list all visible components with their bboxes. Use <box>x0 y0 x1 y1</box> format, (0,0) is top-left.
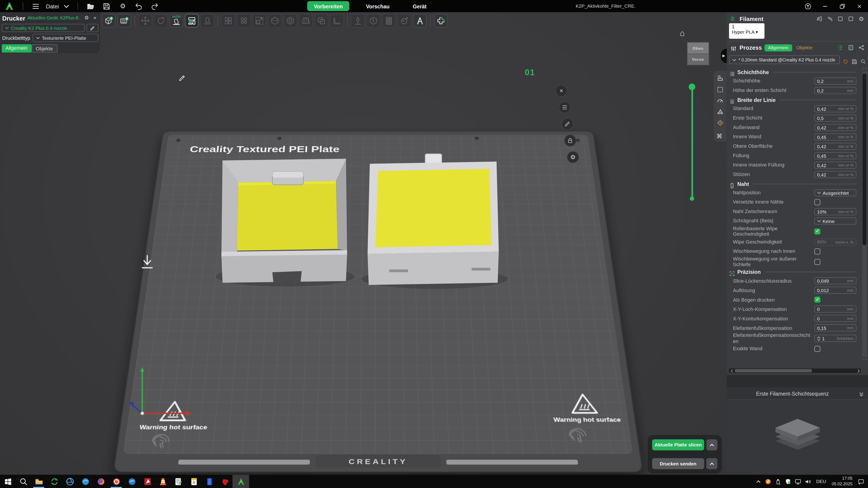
network-icon[interactable] <box>793 475 803 488</box>
settings-gear-icon[interactable]: ⚙ <box>858 15 865 22</box>
setting-input[interactable]: 0,42mm or % <box>814 162 856 169</box>
settings-section-header[interactable]: Schichthöhe <box>727 68 859 76</box>
view-cube-front[interactable]: Vorne <box>688 54 709 65</box>
arrange-button[interactable] <box>185 14 199 28</box>
setting-input[interactable]: 0,45mm or % <box>814 133 856 140</box>
setting-checkbox[interactable] <box>814 297 820 303</box>
setting-input[interactable]: 0,012mm <box>814 287 856 294</box>
tab-objekte[interactable]: Objekte <box>31 44 57 53</box>
current-device-link[interactable]: Aktuelles Gerät: K2Plus-B... <box>27 15 81 21</box>
setting-input[interactable]: 0,42mm or % <box>814 124 856 131</box>
setting-spinner[interactable]: 1Schichten <box>814 335 856 342</box>
send-print-button[interactable]: Drucken senden <box>652 458 704 469</box>
close-button[interactable]: × <box>555 85 567 97</box>
settings-section-header[interactable]: Naht <box>727 179 859 188</box>
undo-icon[interactable] <box>135 2 143 10</box>
slider-handle[interactable] <box>689 84 695 90</box>
setting-input[interactable]: 0,42mm or % <box>814 171 856 178</box>
chevron-down-icon[interactable] <box>64 2 69 10</box>
minus-circle-icon[interactable] <box>847 15 854 22</box>
setting-input[interactable]: 0,2mm <box>814 77 856 85</box>
taskbar-search-icon[interactable] <box>16 475 31 488</box>
layer-range-slider[interactable] <box>689 84 695 201</box>
settings-gear-icon[interactable]: ⚙ <box>119 2 127 10</box>
setting-input[interactable]: 0,42mm or % <box>814 105 856 112</box>
notification-center-icon[interactable] <box>856 475 866 488</box>
reset-icon[interactable] <box>842 57 848 63</box>
vertical-scrollbar[interactable] <box>862 68 867 360</box>
double-chevron-down-icon[interactable] <box>858 390 865 397</box>
scrollbar-thumb[interactable] <box>735 369 812 372</box>
keyboard-language[interactable]: DEU <box>814 479 829 484</box>
taskbar-creality-print-icon[interactable] <box>232 475 249 488</box>
process-tab-allgemein[interactable]: Allgemein <box>765 44 792 51</box>
bed-type-select[interactable]: Texturierte PEI-Platte <box>32 34 98 42</box>
lock-button[interactable] <box>564 134 577 147</box>
slice-plate-button[interactable]: Aktuelle Platte slicen <box>652 439 704 450</box>
folder-open-icon[interactable] <box>87 2 95 10</box>
compare-icon[interactable] <box>858 44 865 51</box>
horizontal-scrollbar[interactable] <box>729 368 861 373</box>
add-plate-button[interactable] <box>117 14 131 28</box>
object-list-button[interactable] <box>559 101 571 113</box>
sequence-bar[interactable]: Erste Filament-Schichtsequenz <box>727 387 868 399</box>
taskbar-firefox-icon[interactable] <box>93 475 108 488</box>
tray-clock[interactable]: 17:05 05.02.2025 <box>830 476 855 487</box>
home-view-icon[interactable]: ⌂ <box>680 29 685 37</box>
setting-input[interactable]: 80%mm/s o. % <box>814 238 856 246</box>
redo-icon[interactable] <box>151 2 159 10</box>
extruder-swap-icon[interactable] <box>816 15 823 22</box>
setting-input[interactable]: 0mm <box>814 306 856 313</box>
hamburger-icon[interactable] <box>32 2 40 10</box>
setting-input[interactable]: 10%mm or % <box>814 208 856 215</box>
plate-surface[interactable]: Creality Textured PEI Plate Warning hot … <box>123 135 633 454</box>
tray-expand-icon[interactable] <box>753 475 763 488</box>
setting-input[interactable]: 0,42mm or % <box>814 143 856 150</box>
setting-checkbox[interactable] <box>814 228 820 234</box>
tab-vorschau[interactable]: Vorschau <box>360 1 396 11</box>
avast-icon[interactable] <box>763 475 773 488</box>
setting-input[interactable]: 0,2mm <box>814 87 856 94</box>
edit-pencil-button[interactable] <box>561 118 574 130</box>
plus-circle-icon[interactable] <box>837 15 844 22</box>
security-shield-icon[interactable] <box>783 475 793 488</box>
usb-device-icon[interactable] <box>773 475 783 488</box>
macro-icon[interactable]: ⌘ <box>716 130 724 138</box>
param-doc-icon[interactable] <box>847 44 854 51</box>
setting-checkbox[interactable] <box>814 199 820 205</box>
cloud-upload-icon[interactable] <box>804 2 811 10</box>
printer-select[interactable]: Creality K2 Plus 0.4 nozzle <box>2 24 85 32</box>
taskbar-blue-terminal-icon[interactable] <box>202 475 217 488</box>
process-tab-objekte[interactable]: Objekte <box>795 44 814 51</box>
setting-select[interactable]: Keine <box>814 217 856 225</box>
taskbar-keepass-icon[interactable] <box>186 475 202 488</box>
filament-material-select[interactable]: Hyper PLA ▾ <box>732 29 762 35</box>
collapse-panel-icon[interactable]: « <box>92 15 98 21</box>
setting-select[interactable]: Ausgerichtet <box>814 189 856 197</box>
faucet-icon[interactable] <box>827 15 833 22</box>
preset-select[interactable]: * 0.20mm Standard @Creality K2 Plus 0.4 … <box>729 55 840 64</box>
save-icon[interactable] <box>103 2 111 10</box>
send-options-button[interactable] <box>706 458 717 469</box>
minimize-icon[interactable] <box>822 2 829 10</box>
speed-gauge-icon[interactable] <box>716 97 724 104</box>
setting-input[interactable]: 0mm <box>814 315 856 322</box>
taskbar-duckduckgo-icon[interactable] <box>108 475 124 488</box>
file-menu[interactable]: Datei <box>46 3 59 9</box>
setting-checkbox[interactable] <box>814 259 820 265</box>
restore-icon[interactable] <box>839 2 846 10</box>
plugin-button[interactable] <box>434 14 448 28</box>
taskbar-windows-start-icon[interactable] <box>0 475 16 488</box>
viewport-3d[interactable]: Creality Textured PEI Plate Warning hot … <box>0 12 727 475</box>
taskbar-sync-tool-icon[interactable] <box>46 475 62 488</box>
plate-number[interactable]: 01 <box>525 68 535 77</box>
add-model-button[interactable] <box>102 14 116 28</box>
setting-input[interactable]: 0,15mm <box>814 324 856 332</box>
save-icon[interactable] <box>851 57 858 63</box>
scrollbar-thumb[interactable] <box>863 74 866 245</box>
taskbar-vlc-icon[interactable] <box>155 475 170 488</box>
build-plate[interactable]: Creality Textured PEI Plate Warning hot … <box>113 93 643 473</box>
setting-input[interactable]: 0,5mm or % <box>814 115 856 122</box>
param-list-icon[interactable] <box>837 44 844 51</box>
taskbar-acrobat-icon[interactable] <box>140 475 155 488</box>
